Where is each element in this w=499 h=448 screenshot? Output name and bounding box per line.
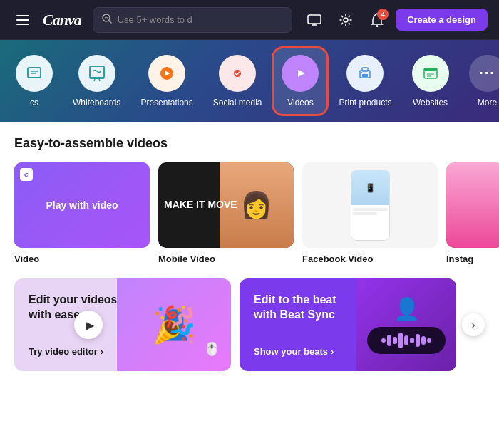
promo-image-beat-sync: 👤 [356,278,456,371]
search-icon [102,14,112,26]
category-item-social-media[interactable]: Social media [203,46,272,116]
video-thumbnail-video: C Play with video [14,162,150,248]
promo-title-beat-sync: Edit to the beat with Beat Sync [254,293,354,323]
promo-link-arrow-video-editor: › [101,346,103,357]
notification-icon-button[interactable]: 4 [364,7,390,33]
section-title: Easy-to-assemble videos [14,136,485,151]
print-products-icon [346,55,384,92]
svg-rect-20 [362,68,368,71]
svg-rect-0 [16,15,29,16]
presentations-icon [148,55,185,92]
svg-point-6 [376,25,379,27]
video-card-facebook[interactable]: 📱 Facebook Video [302,162,438,264]
svg-rect-7 [28,68,41,78]
settings-icon-button[interactable] [333,7,359,33]
video-cards-section: C Play with video Video 👩 [14,162,485,278]
category-item-whiteboards[interactable]: Whiteboards [63,46,130,116]
videos-icon [282,55,319,92]
monitor-icon-button[interactable] [302,7,327,33]
video-cards-list: C Play with video Video 👩 [14,162,499,264]
search-placeholder-text: Use 5+ words to d [118,14,192,25]
main-content: Easy-to-assemble videos C Play with vide… [0,122,499,448]
svg-rect-24 [424,68,437,71]
svg-line-13 [99,79,100,81]
svg-rect-1 [16,19,29,21]
canva-logo[interactable]: Canva [43,11,81,29]
whiteboards-label: Whiteboards [73,98,120,108]
websites-label: Websites [413,98,448,108]
whiteboards-icon [78,55,115,92]
print-products-label: Print products [339,98,391,108]
video-card-label-facebook: Facebook Video [302,254,438,264]
video-card-mobile[interactable]: 👩 MAKE IT MOVE Mobile Video [158,162,294,264]
category-items-list: cs Whiteboards [6,46,499,116]
svg-rect-4 [308,15,321,24]
promo-link-text-beat-sync: Show your beats [254,346,328,357]
promo-separator [116,278,117,371]
category-item-websites[interactable]: Websites [402,46,459,116]
notification-badge: 4 [377,9,389,20]
video-card-label-mobile: Mobile Video [158,254,294,264]
video-thumbnail-facebook: 📱 [302,162,438,248]
promo-card-beat-sync[interactable]: Edit to the beat with Beat Sync Show you… [240,278,456,371]
promo-link-arrow-beat-sync: › [331,346,334,357]
header: Canva Use 5+ words to d [0,0,499,40]
sidebar-item-cs[interactable]: cs [6,46,63,116]
social-media-icon [219,55,256,92]
more-label: More [478,98,497,108]
presentations-label: Presentations [140,98,192,108]
category-nav: cs Whiteboards [0,40,499,122]
svg-line-12 [94,79,95,81]
category-item-videos[interactable]: Videos [272,46,329,116]
search-bar[interactable]: Use 5+ words to d [93,7,292,33]
promo-play-button[interactable]: ▶ [74,311,103,339]
video-card-label-video: Video [14,254,150,264]
category-item-presentations[interactable]: Presentations [130,46,202,116]
videos-label: Videos [287,98,313,108]
svg-rect-21 [362,74,368,77]
create-design-button[interactable]: Create a design [396,9,488,31]
category-item-more[interactable]: ··· More [459,46,499,116]
svg-point-22 [361,72,362,73]
svg-point-5 [344,18,348,22]
social-media-label: Social media [213,98,262,108]
make-it-move-text: MAKE IT MOVE [164,199,237,210]
svg-rect-2 [16,24,29,25]
category-item-print-products[interactable]: Print products [329,46,401,116]
hamburger-button[interactable] [11,9,34,31]
promo-image-video-editor: 🎉 👤 🖱️ [117,278,231,371]
video-card-label-instagram: Instag [446,254,499,264]
svg-rect-11 [90,78,104,79]
promo-link-text-video-editor: Try video editor [29,346,98,357]
play-with-video-text: Play with video [40,194,123,217]
video-thumbnail-mobile: 👩 MAKE IT MOVE [158,162,294,248]
promo-section: Edit your videos with ease Try video edi… [14,278,485,371]
header-icons: 4 Create a design [302,7,488,33]
promo-cards-list: Edit your videos with ease Try video edi… [14,278,456,371]
video-thumbnail-instagram [446,162,499,248]
websites-icon [412,55,449,92]
more-icon: ··· [469,55,499,92]
promo-next-arrow[interactable]: › [462,313,485,336]
video-card-instagram[interactable]: Instag [446,162,499,264]
promo-card-video-editor[interactable]: Edit your videos with ease Try video edi… [14,278,231,371]
video-card-video[interactable]: C Play with video Video [14,162,150,264]
cs-icon [16,55,53,92]
cs-label: cs [30,98,38,108]
